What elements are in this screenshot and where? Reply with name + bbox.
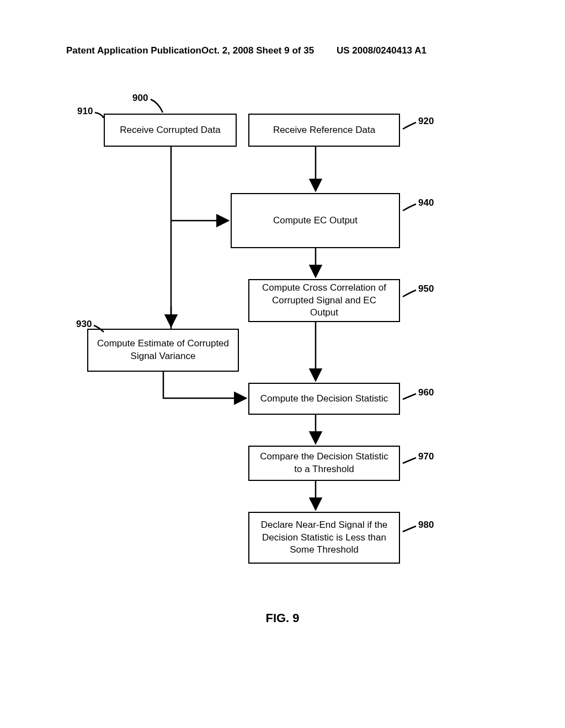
flow-connectors bbox=[0, 0, 565, 728]
